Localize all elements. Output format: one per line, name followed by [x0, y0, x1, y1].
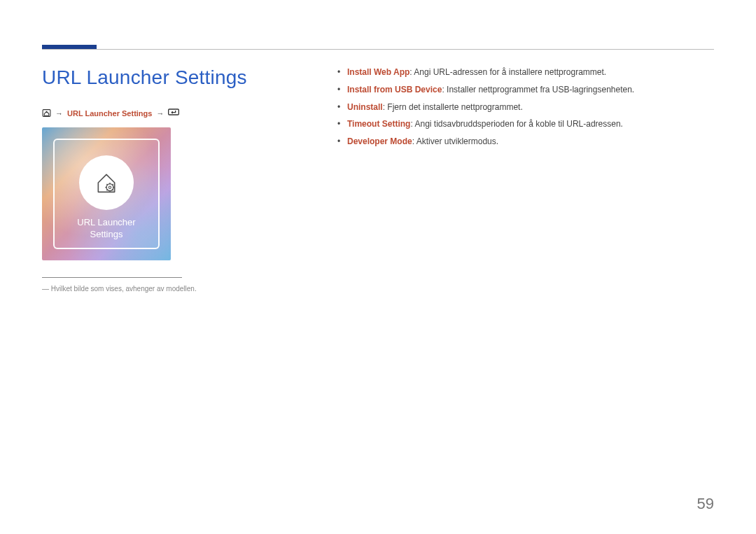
nav-path-label: URL Launcher Settings [67, 109, 152, 118]
section-title: URL Launcher Settings [42, 66, 287, 89]
thumbnail-card-label: URL Launcher Settings [77, 217, 135, 241]
manual-page: URL Launcher Settings → URL Launcher Set… [0, 0, 756, 534]
list-item: Uninstall: Fjern det installerte nettpro… [336, 101, 714, 113]
list-item: Install Web App: Angi URL-adressen for å… [336, 66, 714, 78]
home-gear-icon [92, 169, 120, 197]
list-item: Timeout Setting: Angi tidsavbruddsperiod… [336, 118, 714, 130]
two-column-layout: URL Launcher Settings → URL Launcher Set… [42, 66, 714, 293]
thumbnail-card: URL Launcher Settings [53, 139, 160, 249]
enter-icon [168, 108, 177, 118]
home-icon [42, 108, 51, 118]
feature-term: Developer Mode [347, 136, 412, 146]
feature-desc: : Aktiver utviklermodus. [412, 136, 498, 146]
page-number: 59 [697, 495, 714, 513]
feature-list: Install Web App: Angi URL-adressen for å… [336, 66, 714, 148]
footnote-divider [42, 277, 182, 278]
arrow-icon: → [156, 109, 164, 118]
left-column: URL Launcher Settings → URL Launcher Set… [42, 66, 287, 293]
arrow-icon: → [55, 109, 63, 118]
list-item: Developer Mode: Aktiver utviklermodus. [336, 136, 714, 148]
list-item: Install from USB Device: Installer nettp… [336, 84, 714, 96]
feature-term: Timeout Setting [347, 119, 410, 129]
right-column: Install Web App: Angi URL-adressen for å… [336, 66, 714, 293]
navigation-path: → URL Launcher Settings → [42, 108, 287, 118]
settings-thumbnail: URL Launcher Settings [42, 127, 171, 260]
feature-desc: : Angi URL-adressen for å installere net… [410, 67, 606, 77]
header-divider [42, 49, 714, 50]
feature-term: Install Web App [347, 67, 410, 77]
feature-desc: : Fjern det installerte nettprogrammet. [383, 102, 523, 112]
feature-desc: : Installer nettprogrammet fra USB-lagri… [442, 85, 634, 94]
feature-desc: : Angi tidsavbruddsperioden for å koble … [410, 119, 623, 129]
feature-term: Uninstall [347, 102, 383, 112]
feature-term: Install from USB Device [347, 85, 442, 94]
thumbnail-circle [79, 155, 134, 210]
footnote-text: ― Hvilket bilde som vises, avhenger av m… [42, 285, 287, 293]
